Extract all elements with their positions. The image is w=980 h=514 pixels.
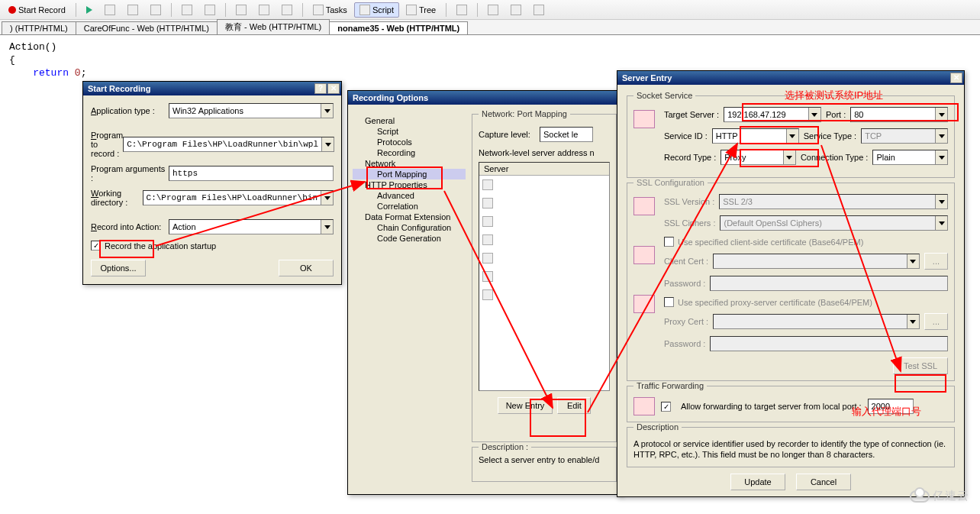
doc-tab[interactable]: CareOfFunc - Web (HTTP/HTML) <box>76 21 218 34</box>
nls-label: Network-level server address n <box>479 148 610 157</box>
proxy-pw-label: Password : <box>664 339 705 348</box>
program-label: Program to record : <box>91 131 123 158</box>
capture-level-combo[interactable]: Socket le <box>540 127 593 142</box>
bookmark-icon <box>236 5 247 15</box>
doc-tab[interactable]: 教育 - Web (HTTP/HTML) <box>217 19 330 34</box>
toolbar-separator <box>302 3 303 17</box>
combo-dropdown-button[interactable] <box>935 150 947 164</box>
tree-item-chain[interactable]: Chain Configuration <box>353 222 466 233</box>
app-type-combo[interactable]: Win32 Applications <box>169 103 334 118</box>
misc-button-1[interactable] <box>482 2 504 18</box>
ssl-version-label: SSL Version : <box>664 197 714 206</box>
record-startup-checkbox[interactable] <box>91 241 101 251</box>
server-list[interactable]: Server <box>479 162 610 391</box>
combo-dropdown-button[interactable] <box>808 108 820 121</box>
play-button[interactable] <box>81 2 98 18</box>
misc-button-3[interactable] <box>528 2 550 18</box>
options-tree: General Script Protocols Recording Netwo… <box>348 105 467 494</box>
new-entry-button[interactable]: New Entry <box>498 397 553 414</box>
tree-item-correlation[interactable]: Correlation <box>353 201 466 212</box>
description-title: Description <box>633 422 682 432</box>
tasks-button[interactable]: Tasks <box>308 2 353 18</box>
description-text: A protocol or service identifier used by… <box>633 438 948 461</box>
help-button[interactable]: ? <box>314 83 327 94</box>
start-record-button[interactable]: Start Record <box>3 2 71 18</box>
script-button[interactable]: Script <box>354 2 399 18</box>
tree-label: Tree <box>419 5 436 15</box>
layout-button[interactable] <box>451 2 472 18</box>
combo-dropdown-button[interactable] <box>786 129 798 143</box>
update-button[interactable]: Update <box>730 474 785 490</box>
tools-button[interactable] <box>199 2 221 18</box>
script-label: Script <box>372 5 394 15</box>
ssl-ciphers-combo: (Default OpenSsl Ciphers) <box>720 215 948 231</box>
toolbar-separator <box>477 3 478 17</box>
download-button[interactable] <box>145 2 166 18</box>
step-button[interactable] <box>99 2 121 18</box>
combo-dropdown-button[interactable] <box>321 191 333 205</box>
conn-type-combo[interactable]: Plain <box>872 150 948 165</box>
tools-icon <box>205 5 215 15</box>
combo-dropdown-button[interactable] <box>935 108 947 121</box>
service-id-combo[interactable]: HTTP <box>712 128 799 144</box>
workdir-label: Working directory : <box>91 189 143 207</box>
close-button[interactable]: ✕ <box>327 83 340 94</box>
edit-button[interactable]: Edit <box>557 397 591 414</box>
cert-icon <box>633 295 655 313</box>
combo-dropdown-button[interactable] <box>321 104 333 118</box>
compile-button[interactable] <box>176 2 198 18</box>
tree-item-script[interactable]: Script <box>353 126 466 137</box>
annotation-text-ip: 选择被测试系统IP地址 <box>785 89 883 102</box>
tree-item-protocols[interactable]: Protocols <box>353 137 466 147</box>
misc-icon <box>511 5 521 15</box>
close-button[interactable]: ✕ <box>950 73 962 83</box>
tree-item-network[interactable]: Network <box>353 158 466 169</box>
script-icon <box>359 5 370 15</box>
dialog-titlebar[interactable]: Server Entry ✕ <box>617 71 964 85</box>
browse-button: ... <box>924 253 948 270</box>
combo-dropdown-button[interactable] <box>321 220 333 234</box>
program-combo[interactable]: C:\Program Files\HP\LoadRunner\bin\wpl <box>123 137 334 152</box>
chevron-down-icon <box>811 113 817 117</box>
pause-button[interactable] <box>122 2 143 18</box>
combo-dropdown-button[interactable] <box>321 137 334 151</box>
chevron-down-icon <box>324 225 330 229</box>
brush-button[interactable] <box>276 2 298 18</box>
tree-item-dfe[interactable]: Data Format Extension <box>353 212 466 222</box>
tree-item-port-mapping[interactable]: Port Mapping <box>353 169 466 179</box>
port-combo[interactable]: 80 <box>850 107 948 122</box>
doc-tab[interactable]: ) (HTTP/HTML) <box>2 21 76 34</box>
allow-forward-checkbox[interactable] <box>661 402 671 412</box>
tree-item-http[interactable]: HTTP Properties <box>353 179 466 190</box>
brush-icon <box>282 5 292 15</box>
tree-item-codegen[interactable]: Code Generation <box>353 233 466 244</box>
combo-dropdown-button[interactable] <box>783 150 795 164</box>
record-into-combo[interactable]: Action <box>169 219 334 234</box>
tree-item-recording[interactable]: Recording <box>353 147 466 158</box>
workdir-combo[interactable]: C:\Program Files\HP\LoadRunner\bin <box>143 190 334 205</box>
play-icon <box>86 6 92 14</box>
options-button[interactable]: Options... <box>91 260 146 276</box>
tree-item-general[interactable]: General <box>353 115 466 126</box>
cancel-button[interactable]: Cancel <box>796 474 851 490</box>
client-cert-chk-label: Use specified client-side certificate (B… <box>678 238 863 247</box>
dialog-titlebar[interactable]: Start Recording ? ✕ <box>83 82 341 95</box>
args-input[interactable] <box>169 166 334 181</box>
misc-button-2[interactable] <box>505 2 527 18</box>
dialog-titlebar[interactable]: Recording Options <box>348 91 621 105</box>
cloud-icon <box>910 490 930 503</box>
id-icon <box>633 110 655 128</box>
comment-button[interactable] <box>253 2 275 18</box>
doc-tab-active[interactable]: noname35 - Web (HTTP/HTML) <box>329 21 468 34</box>
record-type-combo[interactable]: Proxy <box>720 150 796 165</box>
target-server-combo[interactable]: 192.168.47.129 <box>724 107 821 122</box>
start-record-label: Start Record <box>18 5 66 15</box>
tree-button[interactable]: Tree <box>401 2 441 18</box>
ok-button[interactable]: OK <box>279 260 334 276</box>
tree-item-advanced[interactable]: Advanced <box>353 190 466 201</box>
chevron-down-icon <box>939 134 945 138</box>
bookmark-button[interactable] <box>230 2 252 18</box>
download-icon <box>150 5 161 15</box>
misc-icon <box>488 5 498 15</box>
client-cert-checkbox <box>664 237 674 247</box>
